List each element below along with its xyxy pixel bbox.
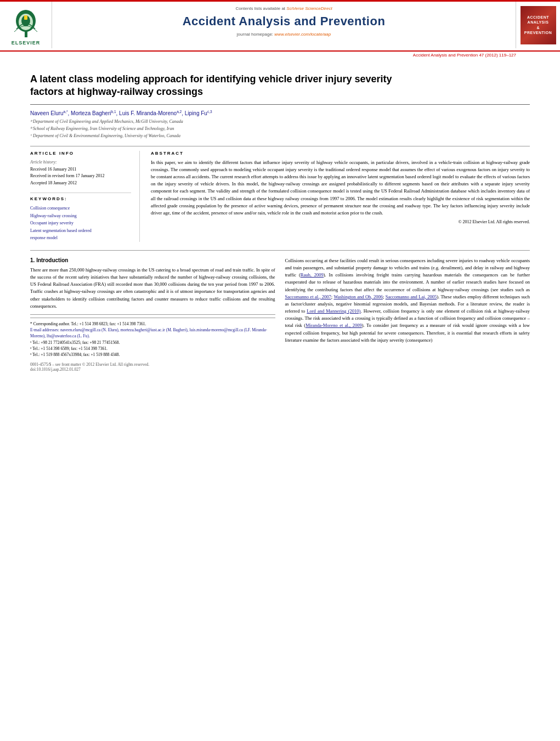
sciverse-label: Contents lists available at: [235, 6, 285, 11]
author-4-sup: c,3: [207, 109, 212, 113]
ref-lord: Lord and Mannering (2010): [307, 308, 360, 314]
author-4: Liping Fu: [185, 110, 207, 116]
footnotes-area: * Corresponding author. Tel.: +1 514 398…: [30, 314, 275, 372]
article-title: A latent class modeling approach for ide…: [30, 73, 530, 105]
sciverse-link[interactable]: SciVerse ScienceDirect: [286, 6, 332, 11]
affil-2: ᵇ School of Railway Engineering, Iran Un…: [30, 126, 530, 132]
header-right: ACCIDENT ANALYSIS & PREVENTION: [516, 2, 560, 48]
history-label: Article history:: [30, 160, 57, 165]
svg-rect-4: [24, 15, 27, 20]
right-col: ABSTRACT In this paper, we aim to identi…: [151, 151, 530, 242]
doi-label: doi:10.1016/j.aap.2012.01.027: [30, 367, 81, 372]
ref-raub: Raub, 2009: [301, 272, 324, 278]
keywords-section: Keywords: Collision consequence Highway-…: [30, 193, 131, 242]
keywords-heading: Keywords:: [30, 196, 131, 201]
footnote-2: ² Tel.: +1 514 398 6589; fax: +1 514 398…: [30, 346, 275, 352]
keyword-3: Occupant injury severity: [30, 219, 131, 227]
section1-para1: There are more than 250,000 highway-rail…: [30, 267, 275, 310]
doi-text: doi:10.1016/j.aap.2012.01.027: [30, 367, 275, 372]
keyword-5: response model: [30, 234, 131, 242]
left-col: ARTICLE INFO Article history: Received 1…: [30, 151, 140, 242]
article-number: Accident Analysis and Prevention 47 (201…: [0, 52, 560, 58]
article-info-abstract: ARTICLE INFO Article history: Received 1…: [30, 146, 530, 242]
article-history: Article history: Received 16 January 201…: [30, 159, 131, 187]
accepted: Accepted 18 January 2012: [30, 180, 131, 187]
affil-3: ᶜ Department of Civil & Environmental En…: [30, 133, 530, 139]
main-content: A latent class modeling approach for ide…: [0, 58, 560, 383]
affiliations: ᵃ Department of Civil Engineering and Ap…: [30, 118, 530, 139]
badge-line1: ACCIDENT: [527, 15, 549, 20]
homepage-line: journal homepage: www.elsevier.com/locat…: [237, 32, 331, 37]
page: ELSEVIER Contents lists available at Sci…: [0, 0, 560, 741]
journal-header: ELSEVIER Contents lists available at Sci…: [0, 2, 560, 52]
history-heading: Article history:: [30, 159, 131, 166]
elsevier-logo: ELSEVIER: [0, 2, 52, 48]
badge-line3: PREVENTION: [524, 30, 552, 35]
ref-miranda: Miranda-Moreno et al., 2009: [306, 323, 362, 328]
received2: Received in revised form 17 January 2012: [30, 173, 131, 180]
journal-title: Accident Analysis and Prevention: [183, 14, 386, 29]
section1-number: 1.: [30, 257, 35, 263]
section1-right-para1: Collisions occurring at these facilities…: [285, 257, 530, 344]
header-top: ELSEVIER Contents lists available at Sci…: [0, 2, 560, 48]
ref-saccomanno2005: Saccomanno and Lai, 2005: [386, 294, 437, 299]
author-3-sup: a,2: [177, 109, 182, 113]
body-left: 1. Introduction There are more than 250,…: [30, 257, 275, 372]
abstract-text: In this paper, we aim to identify the di…: [151, 159, 530, 217]
footnote-emails: E-mail addresses: naveen.eluru@mcgill.ca…: [30, 327, 275, 340]
ref-saccomanno2007: Saccomanno et al., 2007: [285, 294, 331, 299]
header-center: Contents lists available at SciVerse Sci…: [52, 2, 516, 48]
emails-text: naveen.eluru@mcgill.ca (N. Eluru), morte…: [30, 327, 267, 338]
elsevier-text: ELSEVIER: [12, 40, 41, 46]
sciverse-line: Contents lists available at SciVerse Sci…: [235, 6, 332, 11]
body-right: Collisions occurring at these facilities…: [285, 257, 530, 372]
authors-line: Naveen Elurua,*, Morteza Bagherib,1, Lui…: [30, 110, 530, 116]
homepage-label: journal homepage:: [237, 32, 273, 37]
badge-line2: ANALYSIS: [528, 20, 549, 25]
keyword-4: Latent segmentation based ordered: [30, 227, 131, 235]
body-content: 1. Introduction There are more than 250,…: [30, 250, 530, 372]
keywords-list: Collision consequence Highway-railway cr…: [30, 205, 131, 242]
homepage-link[interactable]: www.elsevier.com/locate/aap: [274, 32, 331, 37]
ref-washington: Washington and Oh, 2006: [333, 294, 382, 299]
author-2: Morteza Bagheri: [71, 110, 111, 116]
footnote-corresponding: * Corresponding author. Tel.: +1 514 398…: [30, 321, 275, 327]
rights-line: 0001-4575/$ – see front matter © 2012 El…: [30, 362, 275, 372]
footnote-3: ³ Tel.: +1 519 888 4567x33984; fax: +1 5…: [30, 352, 275, 358]
author-2-sup: b,1: [111, 109, 116, 113]
keyword-1: Collision consequence: [30, 205, 131, 212]
affil-1: ᵃ Department of Civil Engineering and Ap…: [30, 118, 530, 125]
copyright: © 2012 Elsevier Ltd. All rights reserved…: [151, 219, 530, 224]
rights-text: 0001-4575/$ – see front matter © 2012 El…: [30, 362, 275, 367]
badge-amp: &: [536, 25, 539, 30]
footnote-1: ¹ Tel.: +98 21 77240541x3525; fax: +98 2…: [30, 340, 275, 346]
article-info-heading: ARTICLE INFO: [30, 151, 131, 156]
author-1: Naveen Eluru: [30, 110, 64, 116]
section1-title: 1. Introduction: [30, 257, 275, 263]
abstract-heading: ABSTRACT: [151, 151, 530, 156]
received1: Received 16 January 2011: [30, 166, 131, 173]
journal-badge: ACCIDENT ANALYSIS & PREVENTION: [521, 6, 556, 44]
author-1-sup: a,*: [64, 109, 68, 113]
author-3: Luis F. Miranda-Moreno: [119, 110, 177, 116]
elsevier-tree: [11, 10, 41, 38]
section1-label: Introduction: [36, 257, 68, 263]
emails-label: E-mail addresses:: [30, 327, 59, 332]
keyword-2: Highway-railway crossing: [30, 212, 131, 220]
